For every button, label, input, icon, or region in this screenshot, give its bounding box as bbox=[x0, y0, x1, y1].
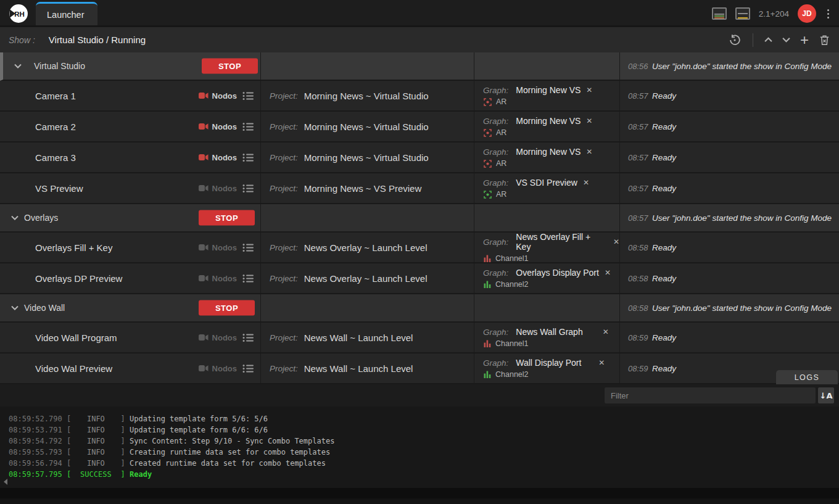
project-value: Morning News ~ Virtual Studio bbox=[304, 91, 429, 101]
project-label: Project: bbox=[270, 184, 298, 193]
item-menu-icon[interactable] bbox=[242, 333, 254, 342]
chevron-down-icon[interactable] bbox=[11, 215, 19, 220]
logs-tab[interactable]: LOGS bbox=[776, 370, 838, 384]
video-camera-icon bbox=[199, 154, 209, 161]
close-icon[interactable]: ✕ bbox=[598, 358, 605, 367]
tab-launcher[interactable]: Launcher bbox=[36, 2, 97, 25]
nodos-badge[interactable]: Nodos bbox=[199, 274, 237, 283]
channel-bars-icon bbox=[484, 371, 491, 378]
nodos-label: Nodos bbox=[212, 184, 237, 193]
overflow-menu-icon[interactable] bbox=[825, 7, 832, 21]
nodos-label: Nodos bbox=[212, 153, 237, 162]
log-filter-bar: LOGS ↓A bbox=[0, 384, 839, 407]
project-value: News Overlay ~ Launch Level bbox=[304, 273, 428, 284]
table-row-camera-3[interactable]: Camera 3 Nodos Project: Morning News ~ V… bbox=[0, 143, 839, 173]
close-icon[interactable]: ✕ bbox=[613, 238, 619, 246]
item-menu-icon[interactable] bbox=[242, 153, 254, 162]
nodos-badge[interactable]: Nodos bbox=[199, 122, 237, 131]
status-message: Ready bbox=[652, 153, 676, 162]
chevron-down-icon[interactable] bbox=[11, 305, 19, 310]
project-label: Project: bbox=[270, 274, 298, 283]
graph-sub-label: AR bbox=[496, 128, 506, 137]
hscroll-left-arrow-icon[interactable] bbox=[4, 479, 7, 485]
status-time: 08:59 bbox=[628, 364, 652, 373]
nodos-badge[interactable]: Nodos bbox=[199, 243, 237, 252]
filter-input[interactable] bbox=[605, 387, 816, 403]
close-icon[interactable]: ✕ bbox=[605, 268, 611, 277]
project-label: Project: bbox=[270, 243, 298, 252]
status-time: 08:58 bbox=[628, 243, 652, 252]
close-icon[interactable]: ✕ bbox=[586, 117, 592, 125]
move-up-icon[interactable] bbox=[764, 37, 772, 43]
version-label: 2.1+204 bbox=[759, 9, 789, 19]
close-icon[interactable]: ✕ bbox=[586, 147, 592, 156]
item-name: VS Preview bbox=[35, 183, 83, 194]
group-row-overlays[interactable]: Overlays STOP 08:57 User "john.doe" star… bbox=[0, 204, 839, 233]
nodos-label: Nodos bbox=[212, 122, 237, 131]
nodos-badge[interactable]: Nodos bbox=[199, 364, 237, 373]
graph-sub-label: AR bbox=[496, 190, 506, 199]
monitor-status-icon-2[interactable] bbox=[735, 7, 750, 20]
status-time: 08:57 bbox=[628, 184, 652, 193]
nodos-badge[interactable]: Nodos bbox=[199, 184, 237, 193]
table-row-camera-2[interactable]: Camera 2 Nodos Project: Morning News ~ V… bbox=[0, 112, 839, 143]
item-menu-icon[interactable] bbox=[242, 364, 254, 373]
user-avatar[interactable]: JD bbox=[798, 4, 816, 23]
table-row-vs-preview[interactable]: VS Preview Nodos Project: Morning News ~… bbox=[0, 173, 839, 204]
stop-button[interactable]: STOP bbox=[199, 300, 255, 316]
delete-show-icon[interactable] bbox=[819, 34, 830, 46]
add-icon[interactable]: + bbox=[800, 34, 809, 46]
group-row-virtual-studio[interactable]: Virtual Studio STOP 08:56 User "john.doe… bbox=[0, 52, 839, 81]
item-menu-icon[interactable] bbox=[242, 184, 254, 193]
graph-sub-label: Channel2 bbox=[495, 370, 529, 379]
close-icon[interactable]: ✕ bbox=[586, 86, 592, 94]
video-camera-icon bbox=[199, 92, 209, 99]
video-camera-icon bbox=[199, 184, 209, 192]
restart-show-icon[interactable] bbox=[728, 33, 742, 47]
chevron-down-icon[interactable] bbox=[14, 64, 22, 68]
video-camera-icon bbox=[199, 244, 209, 251]
project-label: Project: bbox=[270, 153, 298, 162]
table-row-overlays-dp-preview[interactable]: Overlays DP Preview Nodos Project: News … bbox=[0, 263, 839, 294]
item-menu-icon[interactable] bbox=[242, 122, 254, 131]
item-menu-icon[interactable] bbox=[242, 274, 254, 283]
project-value: News Overlay ~ Launch Level bbox=[304, 242, 428, 253]
autoscroll-button[interactable]: ↓A bbox=[818, 387, 834, 403]
graph-name: Morning New VS bbox=[516, 85, 581, 95]
project-value: Morning News ~ VS Preview bbox=[304, 183, 422, 194]
nodos-label: Nodos bbox=[212, 274, 237, 283]
graph-label: Graph: bbox=[483, 268, 508, 278]
log-line: 08:59:52.790 [ INFO ] Updating template … bbox=[9, 413, 839, 424]
nodos-label: Nodos bbox=[212, 243, 237, 252]
project-label: Project: bbox=[270, 333, 298, 342]
close-icon[interactable]: ✕ bbox=[583, 178, 589, 187]
table-row-overlays-fill-key[interactable]: Overlays Fill + Key Nodos Project: News … bbox=[0, 233, 839, 263]
channel-bars-icon bbox=[484, 255, 491, 262]
item-menu-icon[interactable] bbox=[242, 243, 254, 252]
table-row-video-wal-preview[interactable]: Video Wal Preview Nodos Project: News Wa… bbox=[0, 353, 839, 384]
table-row-camera-1[interactable]: Camera 1 Nodos Project: Morning News ~ V… bbox=[0, 81, 839, 112]
stop-button[interactable]: STOP bbox=[199, 210, 255, 226]
status-message: Ready bbox=[652, 333, 676, 342]
nodos-label: Nodos bbox=[212, 333, 237, 342]
close-icon[interactable]: ✕ bbox=[603, 328, 609, 336]
item-name: Camera 3 bbox=[35, 152, 76, 163]
status-time: 08:58 bbox=[628, 304, 652, 313]
graph-sub-label: Channel2 bbox=[495, 280, 529, 289]
stop-button[interactable]: STOP bbox=[202, 59, 258, 74]
table-row-video-wall-program[interactable]: Video Wall Program Nodos Project: News W… bbox=[0, 323, 839, 353]
graph-label: Graph: bbox=[483, 358, 508, 368]
item-menu-icon[interactable] bbox=[242, 91, 254, 101]
status-time: 08:57 bbox=[628, 122, 652, 131]
status-message: Ready bbox=[652, 243, 676, 252]
project-value: News Wall ~ Launch Level bbox=[304, 363, 413, 374]
nodos-badge[interactable]: Nodos bbox=[199, 333, 237, 342]
nodos-badge[interactable]: Nodos bbox=[199, 91, 237, 101]
nodos-badge[interactable]: Nodos bbox=[199, 153, 237, 162]
monitor-status-icon-1[interactable] bbox=[712, 7, 727, 20]
move-down-icon[interactable] bbox=[782, 37, 790, 43]
video-camera-icon bbox=[199, 365, 209, 372]
video-camera-icon bbox=[199, 275, 209, 282]
group-row-video-wall[interactable]: Video Wall STOP 08:58 User "john.doe" st… bbox=[0, 294, 839, 323]
nodos-label: Nodos bbox=[212, 364, 237, 373]
